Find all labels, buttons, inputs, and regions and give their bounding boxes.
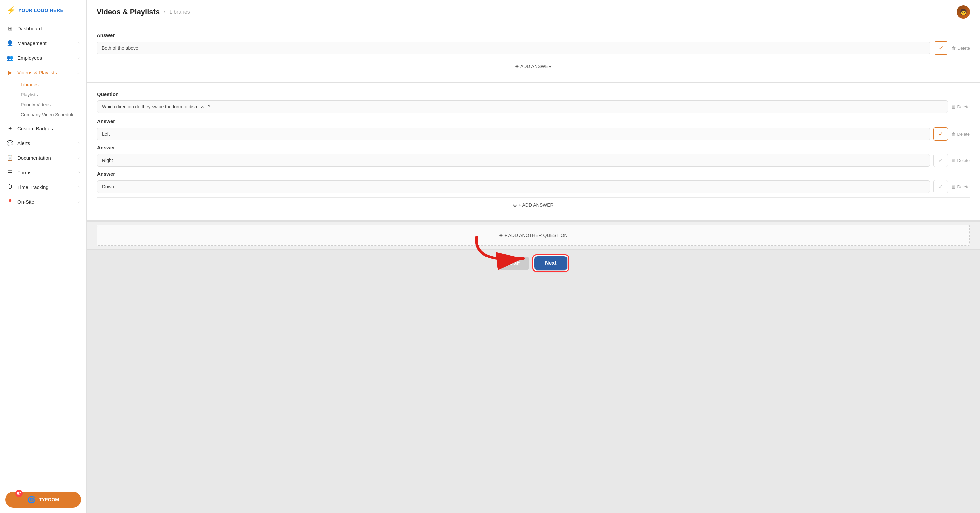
sidebar-item-custom-badges[interactable]: ✦ Custom Badges: [0, 121, 86, 136]
answer-input-left[interactable]: [97, 127, 930, 140]
employees-label: Employees: [18, 55, 42, 60]
answer-row-down: ✓ 🗑 Delete: [97, 180, 970, 193]
next-btn-wrapper: Next: [535, 256, 567, 270]
management-icon: 👤: [7, 40, 13, 46]
question-input-2[interactable]: [97, 100, 948, 113]
correct-toggle-left[interactable]: ✓: [933, 127, 948, 141]
delete-down-label: Delete: [957, 184, 970, 189]
onsite-icon: 📍: [7, 198, 13, 205]
sidebar-item-forms[interactable]: ☰ Forms ›: [0, 165, 86, 179]
form-panel: Answer ✓ 🗑 Delete ⊕ ADD ANSWER Questi: [87, 24, 980, 277]
answer-row-right: ✓ 🗑 Delete: [97, 154, 970, 167]
dashboard-icon: ⊞: [7, 25, 13, 32]
add-question-area[interactable]: ⊕ + ADD ANOTHER QUESTION: [97, 224, 970, 246]
answer-row-left: ✓ 🗑 Delete: [97, 127, 970, 141]
breadcrumb-separator: ›: [164, 9, 165, 15]
answer-label-down: Answer: [97, 171, 970, 176]
delete-down[interactable]: 🗑 Delete: [951, 184, 970, 189]
subnav-playlists[interactable]: Playlists: [18, 90, 86, 100]
footer-bar: Draft Next: [87, 249, 980, 277]
add-question-label: + ADD ANOTHER QUESTION: [504, 232, 567, 238]
trash-icon-1: 🗑: [952, 46, 956, 51]
next-button[interactable]: Next: [535, 256, 567, 270]
answer-input-down[interactable]: [97, 180, 930, 193]
tyfoom-icon: 🌀: [27, 496, 36, 503]
employees-icon: 👥: [7, 54, 13, 61]
delete-question-2[interactable]: 🗑 Delete: [951, 104, 970, 109]
correct-toggle-1[interactable]: ✓: [934, 41, 948, 55]
badges-icon: ✦: [7, 125, 13, 132]
question-label-2: Question: [97, 91, 970, 97]
answer-input-1[interactable]: [97, 41, 930, 54]
divider-2: [87, 221, 980, 222]
logo-icon: ⚡: [7, 6, 16, 15]
plus-icon-1: ⊕: [515, 64, 519, 69]
tyfoom-label: TYFOOM: [39, 497, 59, 502]
delete-left-label: Delete: [957, 132, 970, 137]
question-input-row: 🗑 Delete: [97, 100, 970, 113]
videos-playlists-label: Videos & Playlists: [18, 70, 57, 75]
add-answer-1[interactable]: ⊕ ADD ANSWER: [97, 59, 970, 74]
sidebar-item-on-site[interactable]: 📍 On-Site ›: [0, 194, 86, 209]
documentation-label: Documentation: [18, 155, 51, 160]
add-question-icon: ⊕: [499, 232, 503, 238]
content-area: Answer ✓ 🗑 Delete ⊕ ADD ANSWER Questi: [87, 24, 980, 513]
topbar: Videos & Playlists › Libraries 🧑: [87, 0, 980, 24]
videos-icon: ▶: [7, 69, 13, 76]
sidebar-item-alerts[interactable]: 💬 Alerts ›: [0, 136, 86, 150]
avatar[interactable]: 🧑: [957, 5, 970, 19]
section-answer-1: Answer ✓ 🗑 Delete ⊕ ADD ANSWER: [87, 24, 980, 82]
sidebar-item-employees[interactable]: 👥 Employees ›: [0, 50, 86, 65]
alerts-icon: 💬: [7, 140, 13, 146]
logo-area: ⚡ YOUR LOGO HERE: [0, 0, 86, 21]
add-answer-text-1: ADD ANSWER: [520, 64, 552, 69]
tyfoom-button[interactable]: 67 🌀 TYFOOM: [5, 492, 81, 508]
dashboard-label: Dashboard: [18, 25, 42, 31]
question-block-2: Question 🗑 Delete Answer ✓ 🗑 Delete: [87, 83, 980, 221]
main-area: Videos & Playlists › Libraries 🧑 Answer …: [87, 0, 980, 513]
onsite-chevron: ›: [78, 199, 80, 204]
delete-button-1[interactable]: 🗑 Delete: [952, 46, 970, 51]
documentation-icon: 📋: [7, 154, 13, 161]
title-row: Videos & Playlists › Libraries: [97, 8, 190, 16]
answer-input-right[interactable]: [97, 154, 930, 167]
subnav-company-video-schedule[interactable]: Company Video Schedule: [18, 110, 86, 119]
delete-q2-label: Delete: [957, 104, 970, 109]
time-tracking-label: Time Tracking: [18, 184, 49, 190]
answer-label-left: Answer: [97, 118, 970, 124]
videos-chevron: ⌄: [76, 70, 80, 75]
time-icon: ⏱: [7, 184, 13, 190]
correct-toggle-right[interactable]: ✓: [933, 154, 948, 167]
add-answer-2[interactable]: ⊕ + ADD ANSWER: [97, 197, 970, 212]
trash-icon-left: 🗑: [951, 132, 956, 137]
delete-right-label: Delete: [957, 158, 970, 163]
custom-badges-label: Custom Badges: [18, 125, 53, 131]
sidebar-item-documentation[interactable]: 📋 Documentation ›: [0, 150, 86, 165]
sidebar-item-time-tracking[interactable]: ⏱ Time Tracking ›: [0, 179, 86, 194]
delete-label-1: Delete: [957, 46, 970, 51]
subnav-libraries[interactable]: Libraries: [18, 79, 86, 90]
add-answer-text-2: + ADD ANSWER: [518, 202, 553, 208]
sidebar-item-videos-playlists[interactable]: ▶ Videos & Playlists ⌄: [0, 65, 86, 79]
forms-icon: ☰: [7, 169, 13, 176]
logo-text: YOUR LOGO HERE: [18, 8, 63, 13]
time-chevron: ›: [78, 184, 80, 189]
delete-right[interactable]: 🗑 Delete: [951, 158, 970, 163]
employees-chevron: ›: [78, 55, 80, 60]
forms-chevron: ›: [78, 170, 80, 175]
videos-subnav: Libraries Playlists Priority Videos Comp…: [0, 79, 86, 121]
answer-row-1: ✓ 🗑 Delete: [97, 41, 970, 55]
trash-icon-right: 🗑: [951, 158, 956, 163]
alerts-chevron: ›: [78, 141, 80, 145]
page-title: Videos & Playlists: [97, 8, 160, 16]
draft-button[interactable]: Draft: [500, 256, 529, 270]
subnav-priority-videos[interactable]: Priority Videos: [18, 100, 86, 110]
delete-left[interactable]: 🗑 Delete: [951, 132, 970, 137]
answer-label-1: Answer: [97, 32, 970, 38]
answer-label-right: Answer: [97, 145, 970, 150]
correct-toggle-down[interactable]: ✓: [933, 180, 948, 193]
trash-icon-down: 🗑: [951, 184, 956, 189]
management-chevron: ›: [78, 41, 80, 45]
sidebar-item-dashboard[interactable]: ⊞ Dashboard: [0, 21, 86, 36]
sidebar-item-management[interactable]: 👤 Management ›: [0, 36, 86, 50]
